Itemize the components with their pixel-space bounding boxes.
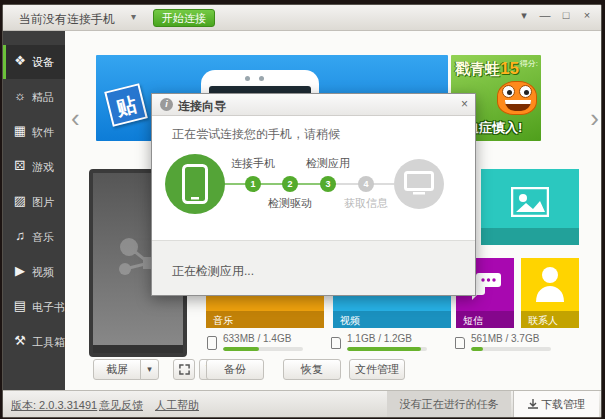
- storage-text: 1.1GB / 1.2GB: [347, 333, 412, 344]
- skin-menu-icon[interactable]: ▾: [518, 9, 530, 22]
- ebook-icon: ▤: [12, 298, 28, 313]
- tile-label: 联系人: [528, 314, 558, 328]
- connection-status-text[interactable]: 当前没有连接手机: [19, 11, 115, 28]
- file-manager-button[interactable]: 文件管理: [349, 359, 405, 380]
- carousel-next-icon[interactable]: ›: [590, 103, 599, 134]
- titlebar: 当前没有连接手机 ▾ 开始连接 ▾ — □ ×: [3, 5, 601, 31]
- music-note-icon: ♫: [12, 228, 28, 243]
- storage-bar: [347, 347, 427, 351]
- window-controls: ▾ — □ ×: [518, 9, 593, 22]
- storage-bar-fill: [471, 347, 483, 351]
- toolbox-icon: ⚒: [12, 333, 28, 348]
- backup-button[interactable]: 备份: [206, 359, 264, 380]
- storage-bar: [471, 347, 551, 351]
- fullscreen-icon[interactable]: [173, 359, 195, 380]
- sidebar-item-label: 电子书: [32, 300, 65, 315]
- storage-bar-fill: [347, 347, 421, 351]
- wizard-step-3-label: 检测应用: [306, 156, 350, 171]
- sd-card-icon: [331, 337, 341, 349]
- frog-character-graphic: [497, 81, 537, 115]
- picture-icon: ▨: [12, 193, 28, 208]
- sidebar-item-toolbox[interactable]: ⚒ 工具箱: [3, 325, 65, 359]
- game-title-number: 15: [500, 59, 519, 78]
- task-status-text: 没有正在进行的任务: [387, 391, 511, 417]
- screenshot-dropdown-icon[interactable]: ▾: [140, 359, 159, 380]
- phone-storage-icon: [207, 336, 217, 350]
- tile-contacts[interactable]: 联系人: [521, 258, 579, 328]
- dialog-titlebar: i 连接向导 ×: [152, 94, 475, 116]
- wizard-step-1-dot: 1: [245, 176, 261, 192]
- video-play-icon: ▶: [12, 263, 28, 278]
- wizard-step-2-dot: 2: [282, 176, 298, 192]
- start-connect-button[interactable]: 开始连接: [153, 9, 215, 27]
- sd-card-icon: [455, 337, 465, 349]
- device-icon: ❖: [12, 53, 28, 68]
- wizard-step-2-label: 检测驱动: [268, 196, 312, 211]
- sidebar-item-featured[interactable]: ☼ 精品: [3, 80, 65, 114]
- app-window: 当前没有连接手机 ▾ 开始连接 ▾ — □ × ❖ 设备 ☼ 精品 ▦ 软件 ⚄…: [2, 4, 602, 418]
- sidebar-item-label: 图片: [32, 195, 54, 210]
- version-link[interactable]: 版本: 2.0.3.31491: [11, 398, 97, 413]
- sidebar: ❖ 设备 ☼ 精品 ▦ 软件 ⚄ 游戏 ▨ 图片 ♫ 音乐 ▶ 视频 ▤ 电子书: [3, 31, 65, 393]
- sidebar-item-label: 音乐: [32, 230, 54, 245]
- restore-button[interactable]: 恢复: [283, 359, 341, 380]
- frog-eye: [502, 85, 515, 98]
- sidebar-item-label: 设备: [32, 55, 54, 70]
- wizard-step-4-dot: 4: [358, 176, 374, 192]
- sidebar-item-music[interactable]: ♫ 音乐: [3, 220, 65, 254]
- tile-photos[interactable]: [481, 169, 579, 245]
- download-manager-label: 下载管理: [541, 398, 585, 410]
- storage-text: 561MB / 3.7GB: [471, 333, 539, 344]
- download-manager-button[interactable]: 下载管理: [513, 391, 599, 417]
- frog-pupil: [507, 90, 512, 95]
- photo-icon: [511, 187, 549, 217]
- maximize-icon[interactable]: □: [560, 9, 572, 22]
- dialog-message: 正在尝试连接您的手机，请稍候: [172, 126, 340, 143]
- screenshot-button[interactable]: 截屏: [93, 359, 141, 380]
- sidebar-item-device[interactable]: ❖ 设备: [3, 45, 65, 79]
- tile-strip: 联系人: [521, 311, 579, 328]
- sidebar-item-pictures[interactable]: ▨ 图片: [3, 185, 65, 219]
- wizard-step-4-label: 获取信息: [344, 196, 388, 211]
- sidebar-item-games[interactable]: ⚄ 游戏: [3, 150, 65, 184]
- sticker-badge: 贴: [104, 83, 148, 127]
- dialog-status-text: 正在检测应用...: [172, 263, 254, 280]
- sidebar-item-ebook[interactable]: ▤ 电子书: [3, 290, 65, 324]
- storage-text: 633MB / 1.4GB: [223, 333, 291, 344]
- sidebar-item-label: 视频: [32, 265, 54, 280]
- wizard-step-3-dot: 3: [320, 176, 336, 192]
- game-title-text: 戳青蛙15: [455, 59, 519, 79]
- tile-label: 视频: [340, 314, 360, 328]
- dialog-close-icon[interactable]: ×: [461, 97, 468, 111]
- sidebar-item-label: 游戏: [32, 160, 54, 175]
- game-title: 戳青蛙: [455, 60, 500, 77]
- sidebar-item-software[interactable]: ▦ 软件: [3, 115, 65, 149]
- storage-bar: [223, 347, 303, 351]
- tile-strip: [481, 228, 579, 245]
- frog-eye: [519, 85, 532, 98]
- close-icon[interactable]: ×: [581, 9, 593, 22]
- carousel-prev-icon[interactable]: ‹: [71, 103, 80, 134]
- sidebar-item-label: 工具箱: [32, 335, 65, 350]
- tile-strip: 音乐: [206, 311, 324, 328]
- contact-person-icon: [535, 266, 565, 302]
- computer-endpoint-icon: [394, 159, 444, 209]
- phone-bezel: [93, 345, 183, 353]
- help-link[interactable]: 人工帮助: [155, 398, 199, 413]
- statusbar: 版本: 2.0.3.31491 意见反馈 人工帮助 没有正在进行的任务 下载管理: [3, 390, 601, 417]
- wizard-step-1-label: 连接手机: [231, 156, 275, 171]
- gamepad-icon: ⚄: [12, 158, 28, 173]
- feedback-link[interactable]: 意见反馈: [99, 398, 143, 413]
- storage-bar-fill: [223, 347, 259, 351]
- software-grid-icon: ▦: [12, 123, 28, 138]
- chevron-down-icon[interactable]: ▾: [131, 11, 136, 22]
- minimize-icon[interactable]: —: [539, 9, 551, 22]
- featured-icon: ☼: [12, 88, 28, 103]
- score-label: 得分:: [520, 58, 538, 69]
- sidebar-item-label: 软件: [32, 125, 54, 140]
- sidebar-item-video[interactable]: ▶ 视频: [3, 255, 65, 289]
- info-icon: i: [160, 98, 173, 111]
- tile-strip: 视频: [333, 311, 451, 328]
- phone-camera-dot: [259, 76, 264, 81]
- frog-teeth: [505, 100, 531, 104]
